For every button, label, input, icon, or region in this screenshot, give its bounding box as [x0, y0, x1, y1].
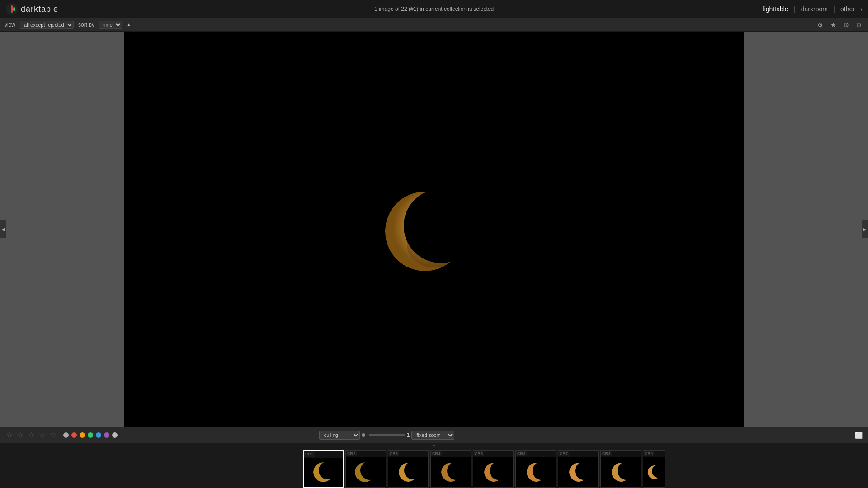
control-center: culling full preview 1 fixed zoom fit to… [319, 431, 455, 440]
svg-point-17 [441, 463, 460, 482]
thumb-label-8: CR8 [601, 451, 612, 456]
nav-lighttable[interactable]: lighttable [760, 4, 792, 14]
color-dot-yellow[interactable] [80, 432, 85, 438]
zoom-slider[interactable] [369, 434, 405, 436]
thumb-label-9: CR9 [643, 451, 654, 456]
nav-separator-1: | [794, 5, 796, 13]
svg-point-5 [407, 222, 461, 267]
filmstrip-thumb-5[interactable]: CR5 [473, 450, 514, 488]
svg-point-23 [527, 463, 546, 482]
zoom-mode-select[interactable]: fixed zoom fit to window [411, 431, 454, 440]
svg-point-11 [355, 462, 375, 482]
sort-direction-icon[interactable]: ▲ [127, 22, 131, 27]
moon-image [375, 168, 475, 295]
thumb-label-5: CR5 [473, 451, 484, 456]
star-2-button[interactable]: ☆ [16, 431, 24, 439]
filmstrip-thumb-4[interactable]: CR4 [430, 450, 471, 488]
nav-other: other [837, 4, 859, 14]
thumb-img-7 [558, 457, 598, 487]
thumb-label-1: CR1 [304, 451, 315, 457]
logo-icon [5, 3, 18, 15]
thumb-img-5 [473, 457, 513, 487]
thumb-img-6 [516, 457, 556, 487]
filmstrip-thumb-7[interactable]: CR7 [558, 450, 599, 488]
thumb-label-6: CR6 [516, 451, 527, 456]
filmstrip-collapse-top[interactable]: ▲ [0, 443, 868, 446]
color-dot-blue[interactable] [96, 432, 101, 438]
sortby-label: sort by [78, 22, 94, 28]
image-viewport[interactable] [124, 32, 744, 427]
star-1-button[interactable]: ☆ [5, 431, 14, 439]
thumb-img-4 [431, 457, 471, 487]
search-icon[interactable]: ⚙ [816, 20, 825, 29]
sortby-selector[interactable]: time [99, 21, 122, 29]
filmstrip-thumb-9[interactable]: CR9 [643, 450, 665, 488]
color-dot-purple[interactable] [104, 432, 109, 438]
thumb-img-9 [643, 457, 665, 487]
filmstrip-thumb-8[interactable]: CR8 [600, 450, 641, 488]
nav-other-chevron-icon: ▾ [860, 7, 863, 12]
app-name: darktable [21, 5, 58, 14]
thumb-img-8 [601, 457, 641, 487]
thumb-label-7: CR7 [558, 451, 569, 456]
nav-other-dropdown[interactable]: other ▾ [837, 4, 863, 14]
star-3-button[interactable]: ☆ [27, 431, 35, 439]
view-label: view [5, 22, 15, 28]
svg-point-26 [569, 463, 588, 482]
filmstrip-thumb-1[interactable]: CR1 [303, 450, 344, 488]
color-dot-gray[interactable] [63, 432, 69, 438]
toolbar-right: ⚙ ★ ⊕ ⊖ [816, 20, 863, 29]
main-image [124, 32, 744, 427]
filter-dropdown[interactable]: all except rejected [20, 21, 74, 29]
color-dot-light[interactable] [112, 432, 118, 438]
filmstrip-thumb-3[interactable]: CR3 [388, 450, 429, 488]
svg-point-8 [313, 462, 333, 482]
top-bar: darktable 1 image of 22 (#1) in current … [0, 0, 868, 18]
svg-point-32 [648, 465, 661, 479]
nav-separator-2: | [833, 5, 835, 13]
mode-dot[interactable] [362, 433, 365, 437]
svg-point-14 [399, 463, 418, 482]
filmstrip-thumb-2[interactable]: CR2 [345, 450, 386, 488]
zoom-out-icon[interactable]: ⊖ [854, 20, 863, 29]
view-mode-select[interactable]: culling full preview [319, 431, 360, 440]
thumb-img-2 [346, 457, 386, 487]
status-text: 1 image of 22 (#1) in current collection… [374, 6, 494, 12]
rating-icon[interactable]: ★ [829, 20, 838, 29]
thumb-label-2: CR2 [346, 451, 357, 456]
zoom-value: 1 [407, 432, 410, 438]
toolbar: view all except rejected sort by time ▲ … [0, 18, 868, 32]
thumb-img-3 [388, 457, 428, 487]
filmstrip-thumb-6[interactable]: CR6 [515, 450, 556, 488]
left-panel: ◀ [0, 32, 124, 427]
mode-selector: culling full preview [319, 431, 365, 440]
zoom-in-icon[interactable]: ⊕ [842, 20, 851, 29]
star-5-button[interactable]: ☆ [49, 431, 57, 439]
logo-area: darktable [5, 3, 58, 15]
thumb-label-3: CR3 [388, 451, 399, 456]
color-dot-red[interactable] [71, 432, 77, 438]
svg-point-29 [612, 463, 631, 482]
thumb-label-4: CR4 [431, 451, 442, 456]
main-area: ◀ [0, 32, 868, 427]
right-panel-toggle[interactable]: ▶ [862, 220, 868, 238]
fullscreen-button[interactable]: ⬜ [855, 432, 863, 439]
nav-links: lighttable | darkroom | other ▾ [760, 4, 863, 14]
control-bar: ☆ ☆ ☆ ☆ ☆ culling full preview 1 fixed z… [0, 427, 868, 443]
filmstrip: CR1 CR2 CR3 CR4 CR5 [0, 446, 868, 488]
zoom-slider-area: 1 fixed zoom fit to window [369, 431, 455, 440]
sortby-dropdown[interactable]: time [99, 21, 122, 29]
nav-darkroom[interactable]: darkroom [797, 4, 831, 14]
star-4-button[interactable]: ☆ [38, 431, 46, 439]
color-dot-green[interactable] [88, 432, 93, 438]
left-panel-toggle[interactable]: ◀ [0, 220, 6, 238]
filter-selector[interactable]: all except rejected [20, 21, 74, 29]
svg-point-20 [484, 463, 503, 482]
right-panel: ▶ [744, 32, 868, 427]
thumb-img-1 [304, 458, 343, 487]
